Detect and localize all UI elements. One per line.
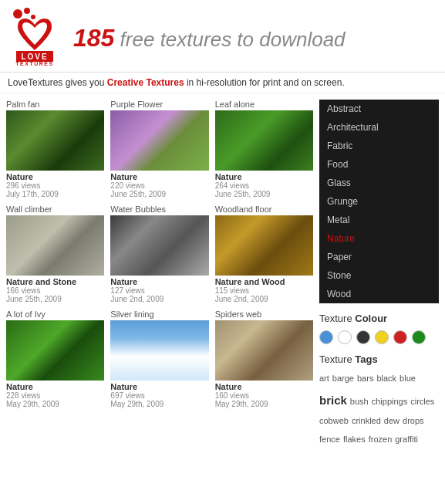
tag-item[interactable]: fence bbox=[319, 435, 340, 444]
item-title: Purple Flower bbox=[110, 100, 208, 109]
grid-item: Palm fan Nature 296 views July 17th, 200… bbox=[6, 100, 104, 198]
tags-section: Texture Tags artbargebarsblackbluebrickb… bbox=[319, 353, 439, 447]
grid-item: Silver lining Nature 697 views May 29th,… bbox=[110, 310, 208, 408]
tag-item[interactable]: dew bbox=[384, 416, 399, 425]
item-views: 228 views bbox=[6, 391, 104, 400]
main-layout: Palm fan Nature 296 views July 17th, 200… bbox=[0, 93, 445, 456]
item-title: Water Bubbles bbox=[110, 205, 208, 214]
item-views: 264 views bbox=[215, 181, 313, 190]
item-image[interactable] bbox=[110, 110, 208, 171]
grid-item: Water Bubbles Nature 127 views June 2nd,… bbox=[110, 205, 208, 303]
tagline-end: in hi-resolution for print and on screen… bbox=[184, 77, 345, 88]
title-text: free textures to download bbox=[114, 28, 345, 51]
nav-item[interactable]: Metal bbox=[319, 211, 439, 229]
tag-item[interactable]: bars bbox=[357, 374, 373, 383]
item-title: A lot of Ivy bbox=[6, 310, 104, 319]
colour-dot[interactable] bbox=[319, 330, 333, 344]
item-image[interactable] bbox=[215, 320, 313, 381]
svg-point-0 bbox=[13, 9, 22, 19]
nav-item[interactable]: Abstract bbox=[319, 100, 439, 118]
item-tag[interactable]: Nature bbox=[215, 382, 313, 391]
item-image[interactable] bbox=[215, 110, 313, 171]
item-title: Palm fan bbox=[6, 100, 104, 109]
grid-item: A lot of Ivy Nature 228 views May 29th, … bbox=[6, 310, 104, 408]
tag-item[interactable]: flakes bbox=[343, 435, 366, 444]
tagline-highlight: Creative Textures bbox=[107, 77, 184, 88]
grid-item: Purple Flower Nature 220 views June 25th… bbox=[110, 100, 208, 198]
tag-item[interactable]: art bbox=[319, 374, 329, 383]
item-image[interactable] bbox=[6, 215, 104, 276]
item-tag[interactable]: Nature and Stone bbox=[6, 277, 104, 286]
item-tag[interactable]: Nature bbox=[110, 172, 208, 181]
grid-item: Leaf alone Nature 264 views June 25th, 2… bbox=[215, 100, 313, 198]
item-tag[interactable]: Nature and Wood bbox=[215, 277, 313, 286]
grid-item: Spiders web Nature 160 views May 29th, 2… bbox=[215, 310, 313, 408]
svg-text:TEXTURES: TEXTURES bbox=[15, 61, 53, 66]
colour-dot[interactable] bbox=[412, 330, 426, 344]
tag-item[interactable]: circles bbox=[410, 397, 434, 406]
grid-item: Woodland floor Nature and Wood 115 views… bbox=[215, 205, 313, 303]
tag-item[interactable]: chippings bbox=[372, 397, 407, 406]
nav-item[interactable]: Paper bbox=[319, 248, 439, 266]
item-image[interactable] bbox=[110, 215, 208, 276]
item-image[interactable] bbox=[6, 110, 104, 171]
title-number: 185 bbox=[73, 24, 114, 52]
tag-item[interactable]: bush bbox=[350, 397, 369, 406]
item-image[interactable] bbox=[6, 320, 104, 381]
item-tag[interactable]: Nature bbox=[6, 172, 104, 181]
item-views: 220 views bbox=[110, 181, 208, 190]
colour-title-normal: Texture bbox=[319, 313, 355, 324]
item-date: May 29th, 2009 bbox=[110, 400, 208, 408]
tags-rows: artbargebarsblackbluebrickbushchippingsc… bbox=[319, 371, 439, 447]
item-date: June 25th, 2009 bbox=[110, 190, 208, 198]
nav-item[interactable]: Glass bbox=[319, 174, 439, 192]
tag-item[interactable]: brick bbox=[319, 394, 347, 407]
svg-point-1 bbox=[24, 8, 30, 14]
nav-item[interactable]: Nature bbox=[319, 229, 439, 248]
tag-item[interactable]: cobweb bbox=[319, 416, 349, 425]
logo-svg: LOVE TEXTURES bbox=[10, 8, 60, 66]
tag-row: fenceflakesfrozengraffiti bbox=[319, 432, 439, 448]
colour-dot[interactable] bbox=[356, 330, 370, 344]
tags-title-normal: Texture bbox=[319, 353, 355, 365]
colour-dot[interactable] bbox=[338, 330, 352, 344]
nav-item[interactable]: Food bbox=[319, 155, 439, 174]
item-views: 160 views bbox=[215, 391, 313, 400]
nav-item[interactable]: Fabric bbox=[319, 137, 439, 155]
colour-dot[interactable] bbox=[375, 330, 389, 344]
tag-item[interactable]: graffiti bbox=[395, 435, 418, 444]
tag-item[interactable]: drops bbox=[403, 416, 424, 425]
item-tag[interactable]: Nature bbox=[6, 382, 104, 391]
tag-item[interactable]: frozen bbox=[369, 435, 393, 444]
colour-dot[interactable] bbox=[393, 330, 407, 344]
tag-item[interactable]: crinkled bbox=[352, 416, 381, 425]
nav-item[interactable]: Stone bbox=[319, 266, 439, 285]
tag-item[interactable]: black bbox=[376, 374, 396, 383]
item-tag[interactable]: Nature bbox=[110, 277, 208, 286]
colour-title-bold: Colour bbox=[355, 313, 387, 324]
nav-item[interactable]: Wood bbox=[319, 285, 439, 303]
tag-row: artbargebarsblackblue bbox=[319, 371, 439, 387]
nav-item[interactable]: Architectural bbox=[319, 118, 439, 137]
image-grid: Palm fan Nature 296 views July 17th, 200… bbox=[6, 100, 313, 408]
item-image[interactable] bbox=[215, 215, 313, 276]
item-title: Leaf alone bbox=[215, 100, 313, 109]
sidebar: AbstractArchitecturalFabricFoodGlassGrun… bbox=[319, 100, 439, 450]
category-nav: AbstractArchitecturalFabricFoodGlassGrun… bbox=[319, 100, 439, 303]
svg-point-2 bbox=[31, 15, 35, 19]
item-date: July 17th, 2009 bbox=[6, 190, 104, 198]
header: LOVE TEXTURES 185 free textures to downl… bbox=[0, 0, 445, 73]
tag-row: brickbushchippingscircles bbox=[319, 390, 439, 411]
tag-item[interactable]: blue bbox=[399, 374, 416, 383]
tag-item[interactable]: barge bbox=[332, 374, 354, 383]
tags-title-bold: Tags bbox=[355, 353, 377, 365]
item-title: Spiders web bbox=[215, 310, 313, 319]
item-tag[interactable]: Nature bbox=[110, 382, 208, 391]
item-title: Silver lining bbox=[110, 310, 208, 319]
nav-item[interactable]: Grunge bbox=[319, 192, 439, 211]
item-image[interactable] bbox=[110, 320, 208, 381]
item-tag[interactable]: Nature bbox=[215, 172, 313, 181]
item-date: May 29th, 2009 bbox=[6, 400, 104, 408]
colour-section: Texture Colour bbox=[319, 313, 439, 344]
tagline-start: LoveTextures gives you bbox=[8, 77, 107, 88]
